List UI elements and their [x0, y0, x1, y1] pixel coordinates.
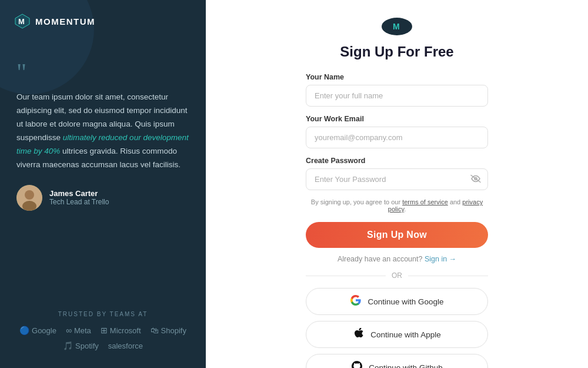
or-divider: OR — [306, 271, 488, 280]
author-title: Tech Lead at Trello — [49, 198, 109, 206]
google-signin-button[interactable]: Continue with Google — [306, 288, 488, 315]
trusted-section: TRUSTED BY TEAMS AT 🔵 Google ∞ Meta ⊞ Mi… — [0, 299, 206, 350]
author-name: James Carter — [49, 189, 109, 198]
testimonial-text: Our team ipsum dolor sit amet, consectet… — [16, 91, 189, 172]
google-signin-label: Continue with Google — [368, 297, 443, 306]
signin-link[interactable]: Sign in → — [425, 255, 456, 263]
brand-meta: ∞ Meta — [66, 326, 91, 335]
brand-salesforce: salesforce — [108, 342, 143, 350]
brand-microsoft: ⊞ Microsoft — [101, 326, 141, 335]
email-label: Your Work Email — [306, 115, 488, 123]
github-icon — [351, 361, 363, 368]
or-line-left — [306, 276, 386, 276]
svg-text:M: M — [18, 17, 25, 26]
name-label: Your Name — [306, 73, 488, 81]
name-input[interactable] — [306, 85, 488, 107]
github-signin-button[interactable]: Continue with Github — [306, 354, 488, 368]
name-field-group: Your Name — [306, 73, 488, 107]
terms-link[interactable]: terms of service — [402, 198, 448, 205]
brand-google: 🔵 Google — [19, 326, 56, 335]
brand-shopify: 🛍 Shopify — [151, 326, 186, 335]
avatar — [16, 185, 42, 211]
signup-button[interactable]: Sign Up Now — [306, 222, 488, 248]
google-icon — [350, 295, 362, 308]
logo-text: MOMENTUM — [35, 16, 95, 26]
quote-mark: " — [16, 60, 189, 85]
logo-container: M MOMENTUM — [0, 0, 206, 42]
right-logo-icon: M — [382, 18, 412, 35]
or-text: OR — [392, 271, 402, 280]
signup-form: Your Name Your Work Email Create Passwor… — [306, 73, 488, 368]
password-field-group: Create Password — [306, 157, 488, 190]
terms-text: By signing up, you agree to our terms of… — [306, 198, 488, 213]
page-title: Sign Up For Free — [340, 44, 453, 60]
email-input[interactable] — [306, 127, 488, 148]
apple-signin-label: Continue with Apple — [370, 330, 440, 339]
testimonial-section: " Our team ipsum dolor sit amet, consect… — [0, 42, 206, 299]
apple-signin-button[interactable]: Continue with Apple — [306, 321, 488, 348]
brand-spotify: 🎵 Spotify — [63, 341, 99, 350]
momentum-logo-icon: M — [14, 13, 31, 29]
trusted-label: TRUSTED BY TEAMS AT — [16, 311, 189, 317]
github-signin-label: Continue with Github — [369, 363, 442, 369]
author-info: James Carter Tech Lead at Trello — [49, 189, 109, 206]
brand-logos: 🔵 Google ∞ Meta ⊞ Microsoft 🛍 Shopify 🎵 … — [16, 326, 189, 350]
apple-icon — [353, 328, 365, 341]
right-panel: M Sign Up For Free Your Name Your Work E… — [206, 0, 588, 368]
signin-prompt: Already have an account? Sign in → — [306, 255, 488, 263]
password-input[interactable] — [306, 168, 488, 190]
toggle-password-icon[interactable] — [470, 174, 481, 184]
testimonial-author: James Carter Tech Lead at Trello — [16, 185, 189, 211]
svg-point-3 — [25, 190, 34, 200]
password-wrapper — [306, 168, 488, 190]
left-panel: M MOMENTUM " Our team ipsum dolor sit am… — [0, 0, 206, 368]
or-line-right — [408, 276, 488, 276]
password-label: Create Password — [306, 157, 488, 165]
svg-text:M: M — [393, 22, 400, 31]
email-field-group: Your Work Email — [306, 115, 488, 148]
